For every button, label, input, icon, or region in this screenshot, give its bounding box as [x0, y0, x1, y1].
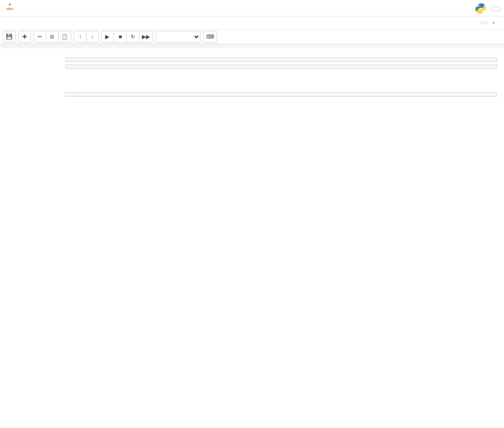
stop-icon: ■ — [119, 34, 122, 40]
kernel-name[interactable] — [493, 22, 500, 24]
paste-button[interactable]: 📋 — [59, 31, 71, 43]
python-icon — [474, 2, 487, 16]
run-button[interactable]: ▶ — [102, 31, 114, 43]
move-up-button[interactable]: ↑ — [74, 31, 86, 43]
svg-point-2 — [482, 12, 483, 13]
svg-point-0 — [9, 4, 11, 5]
svg-point-1 — [478, 4, 479, 5]
keyboard-icon: ⌨ — [206, 34, 214, 40]
play-icon: ▶ — [105, 34, 109, 40]
checkpoint-text — [28, 6, 31, 13]
code-cell[interactable] — [7, 64, 497, 69]
plus-icon: ✚ — [22, 34, 27, 40]
notebook-container — [4, 48, 500, 312]
code-cell[interactable] — [7, 92, 497, 97]
input-prompt — [7, 57, 65, 62]
toolbar: 💾 ✚ ✂ ⧉ 📋 ↑ ↓ ▶ ■ ↻ ▶▶ ⌨ — [0, 30, 504, 44]
cell-type-select[interactable] — [156, 31, 201, 43]
fast-forward-icon: ▶▶ — [142, 34, 150, 40]
insert-cell-button[interactable]: ✚ — [18, 31, 31, 43]
scatter-plot — [65, 104, 316, 292]
code-input[interactable] — [65, 64, 497, 69]
arrow-down-icon: ↓ — [91, 34, 94, 40]
paste-icon: 📋 — [61, 34, 68, 40]
menubar — [0, 16, 504, 30]
restart-run-all-button[interactable]: ▶▶ — [139, 31, 153, 43]
logout-button[interactable] — [491, 7, 500, 11]
arrow-up-icon: ↑ — [79, 34, 81, 40]
input-prompt — [7, 92, 65, 97]
copy-button[interactable]: ⧉ — [46, 31, 59, 43]
restart-icon: ↻ — [131, 34, 135, 40]
command-palette-button[interactable]: ⌨ — [203, 31, 217, 43]
interrupt-button[interactable]: ■ — [114, 31, 127, 43]
restart-button[interactable]: ↻ — [127, 31, 139, 43]
header — [0, 0, 504, 16]
code-input[interactable] — [65, 92, 497, 97]
cut-button[interactable]: ✂ — [34, 31, 46, 43]
move-down-button[interactable]: ↓ — [86, 31, 99, 43]
save-button[interactable]: 💾 — [3, 31, 16, 43]
copy-icon: ⧉ — [50, 34, 54, 40]
input-prompt — [7, 64, 65, 69]
trusted-indicator[interactable] — [480, 21, 488, 24]
code-input[interactable] — [65, 57, 497, 62]
cut-icon: ✂ — [38, 34, 42, 40]
save-icon: 💾 — [6, 34, 13, 40]
output-cell — [7, 99, 497, 292]
jupyter-logo[interactable] — [4, 3, 18, 15]
code-cell[interactable] — [7, 57, 497, 62]
output-cell — [7, 72, 497, 90]
